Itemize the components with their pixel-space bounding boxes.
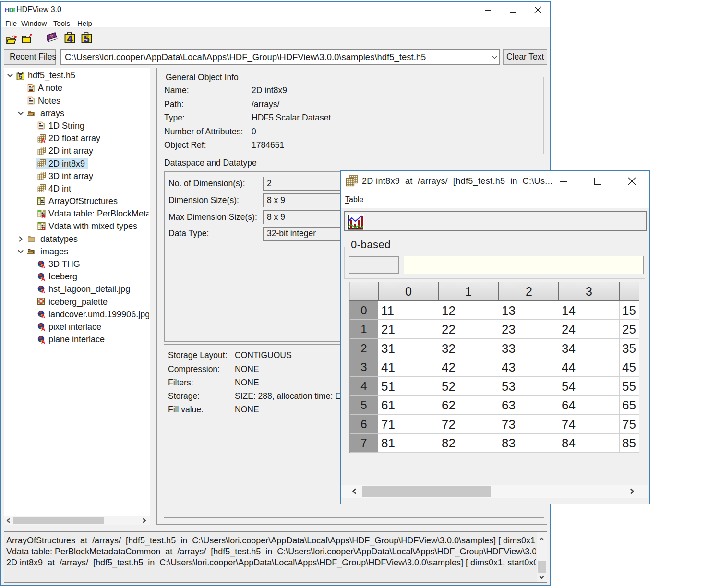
svg-text:A: A <box>41 264 45 269</box>
svg-text:5: 5 <box>84 33 90 44</box>
svg-text:4: 4 <box>67 33 73 44</box>
svg-text:A: A <box>42 213 46 218</box>
svg-text:A: A <box>41 137 46 143</box>
svg-text:HDF: HDF <box>5 6 15 13</box>
svg-text:A: A <box>41 313 45 319</box>
svg-text:A: A <box>41 276 45 281</box>
svg-text:5: 5 <box>19 73 22 80</box>
svg-text:A: A <box>42 226 46 230</box>
svg-text:A: A <box>41 339 45 344</box>
svg-text:A: A <box>41 288 45 294</box>
svg-text:A: A <box>41 326 45 331</box>
